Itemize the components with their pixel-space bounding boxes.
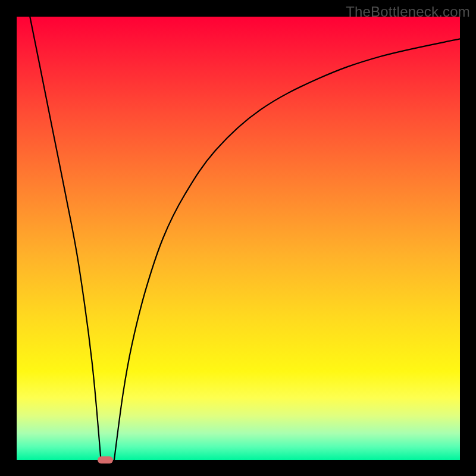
optimum-marker — [98, 456, 113, 464]
watermark-text: TheBottleneck.com — [346, 4, 470, 20]
bottleneck-curve — [17, 17, 460, 460]
plot-area — [17, 17, 460, 460]
chart-frame: TheBottleneck.com — [0, 0, 476, 476]
